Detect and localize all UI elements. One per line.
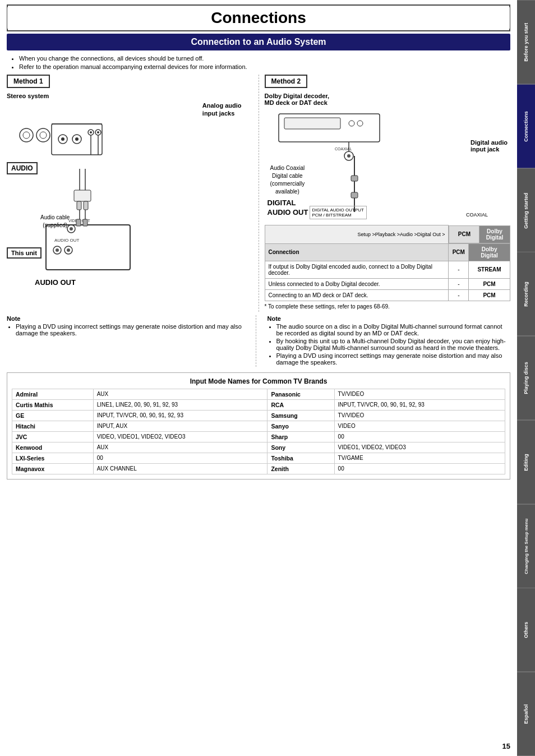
method2-box: Method 2 xyxy=(265,75,308,88)
svg-point-13 xyxy=(97,131,99,133)
note-right-list: The audio source on a disc in a Dolby Di… xyxy=(268,323,511,366)
svg-text:AUDIO OUT: AUDIO OUT xyxy=(54,238,80,243)
svg-point-3 xyxy=(40,132,47,139)
brand-table-title: Input Mode Names for Common TV Brands xyxy=(12,377,505,385)
dolby-header: Dolby Digital xyxy=(479,225,510,243)
sidebar-tab-setup-menu[interactable]: Changing the Setup menu xyxy=(517,504,535,588)
dolby-cell-1: STREAM xyxy=(469,261,510,278)
brand-value: AUX xyxy=(93,442,268,453)
pcm-col-header: PCM xyxy=(449,243,469,261)
method2-system-label: Dolby Digital decoder, MD deck or DAT de… xyxy=(265,93,511,106)
table-row: Unless connected to a Dolby Digital deco… xyxy=(265,278,510,289)
brand-table-container: Input Mode Names for Common TV Brands Ad… xyxy=(7,372,510,480)
brand-value: AUX xyxy=(93,389,268,399)
brand-value2: TV/VIDEO xyxy=(334,389,505,399)
svg-rect-33 xyxy=(83,219,87,226)
brand-value2: TV/VIDEO xyxy=(334,410,505,421)
brand-table-row: GE INPUT, TV/VCR, 00, 90, 91, 92, 93 Sam… xyxy=(12,410,505,421)
brand-value2: TV/GAME xyxy=(334,453,505,463)
pcm-header: PCM xyxy=(449,225,479,243)
note-left-list: Playing a DVD using incorrect settings m… xyxy=(7,323,250,336)
coaxial-cable-label: Audio Coaxial Digital cable (commerciall… xyxy=(270,164,305,196)
table-row: If output is Dolby Digital encoded audio… xyxy=(265,261,510,278)
svg-point-36 xyxy=(349,121,354,126)
brand-table-row: Admiral AUX Panasonic TV/VIDEO xyxy=(12,389,505,399)
settings-table: Setup >Playback >Audio >Digital Out > PC… xyxy=(265,225,511,301)
coaxial-sublabel: COAXIAL xyxy=(466,212,488,218)
brand-name: Magnavox xyxy=(12,463,94,474)
digital-audio-out-label: DIGITAL AUDIO OUT xyxy=(268,199,308,218)
svg-rect-18 xyxy=(74,190,91,201)
brand-value: AUX CHANNEL xyxy=(93,463,268,474)
brand-table-row: JVC VIDEO, VIDEO1, VIDEO2, VIDEO3 Sharp … xyxy=(12,431,505,442)
decoder-device-svg: COAXIAL xyxy=(276,111,388,167)
brand-name2: Sony xyxy=(268,442,334,453)
analog-label: Analog audio input jacks xyxy=(202,102,242,118)
pcm-cell-2: - xyxy=(449,278,469,289)
this-unit-label: This unit xyxy=(7,247,41,259)
sidebar-tab-espanol[interactable]: Español xyxy=(517,672,535,756)
pcm-label: DIGITAL AUDIO OUTPUT PCM / BITSTREAM xyxy=(310,206,367,219)
svg-rect-43 xyxy=(351,176,358,181)
svg-point-27 xyxy=(56,248,59,252)
brand-name: Curtis Mathis xyxy=(12,399,94,410)
brand-name2: RCA xyxy=(268,399,334,410)
svg-point-37 xyxy=(357,121,363,126)
intro-bullets: When you change the connections, all dev… xyxy=(9,55,508,70)
svg-rect-20 xyxy=(84,201,88,210)
brand-name2: Toshiba xyxy=(268,453,334,463)
sidebar: Before you start Connections Getting sta… xyxy=(517,0,535,756)
notes-area: Note Playing a DVD using incorrect setti… xyxy=(7,315,510,367)
intro-bullet-1: When you change the connections, all dev… xyxy=(19,55,508,62)
connection-cell-2: Unless connected to a Dolby Digital deco… xyxy=(265,278,449,289)
brand-table: Admiral AUX Panasonic TV/VIDEO Curtis Ma… xyxy=(12,389,505,474)
pcm-cell-1: - xyxy=(449,261,469,278)
brand-table-row: LXI-Series 00 Toshiba TV/GAME xyxy=(12,453,505,463)
sidebar-tab-recording[interactable]: Recording xyxy=(517,252,535,336)
note-left-bullet-1: Playing a DVD using incorrect settings m… xyxy=(16,323,250,336)
brand-value2: VIDEO xyxy=(334,421,505,431)
svg-point-1 xyxy=(23,132,30,139)
ref-note: * To complete these settings, refer to p… xyxy=(265,303,511,310)
this-unit-svg: VIDEO OUT AUDIO OUT xyxy=(40,169,153,281)
main-content: Connections Connection to an Audio Syste… xyxy=(0,4,517,480)
svg-point-24 xyxy=(70,227,73,231)
note-right-bullet-1: The audio source on a disc in a Dolby Di… xyxy=(276,323,511,336)
svg-point-7 xyxy=(61,137,64,141)
brand-value: INPUT, AUX xyxy=(93,421,268,431)
note-right-bullet-2: By hooking this unit up to a Multi-chann… xyxy=(276,338,511,351)
brand-table-row: Curtis Mathis LINE1, LINE2, 00, 90, 91, … xyxy=(12,399,505,410)
connection-cell-3: Connecting to an MD deck or DAT deck. xyxy=(265,289,449,301)
svg-point-29 xyxy=(67,248,70,252)
brand-name: Hitachi xyxy=(12,421,94,431)
setup-path-label: Setup >Playback >Audio >Digital Out > xyxy=(265,225,449,244)
sidebar-tab-playing-discs[interactable]: Playing discs xyxy=(517,336,535,420)
svg-rect-45 xyxy=(351,192,358,198)
table-row: Connecting to an MD deck or DAT deck. - … xyxy=(265,289,510,301)
section-header: Connection to an Audio System xyxy=(7,34,510,50)
sidebar-tab-before-you-start[interactable]: Before you start xyxy=(517,0,535,84)
svg-rect-21 xyxy=(46,225,130,270)
sidebar-tab-connections[interactable]: Connections xyxy=(517,84,535,168)
brand-value: LINE1, LINE2, 00, 90, 91, 92, 93 xyxy=(93,399,268,410)
brand-value2: INPUT, TV/VCR, 00, 90, 91, 92, 93 xyxy=(334,399,505,410)
dolby-col-header: Dolby Digital xyxy=(469,243,510,261)
note-right-title: Note xyxy=(268,315,511,322)
brand-name: Kenwood xyxy=(12,442,94,453)
sidebar-tab-others[interactable]: Others xyxy=(517,588,535,672)
sidebar-tab-getting-started[interactable]: Getting started xyxy=(517,168,535,252)
content-area: Method 1 Stereo system Analog audio inpu… xyxy=(7,75,510,312)
svg-rect-19 xyxy=(77,201,81,210)
method1-label-box: Method 1 xyxy=(7,75,253,90)
brand-name2: Panasonic xyxy=(268,389,334,399)
sidebar-tab-editing[interactable]: Editing xyxy=(517,420,535,504)
svg-rect-32 xyxy=(76,219,81,226)
brand-value2: 00 xyxy=(334,463,505,474)
intro-bullet-2: Refer to the operation manual accompanyi… xyxy=(19,63,508,70)
page-title: Connections xyxy=(211,9,306,26)
note-left: Note Playing a DVD using incorrect setti… xyxy=(7,315,256,367)
audio-out-label: AUDIO OUT xyxy=(35,278,76,287)
brand-name2: Sharp xyxy=(268,431,334,442)
method1-diagram: Analog audio input jacks xyxy=(7,102,253,287)
brand-value2: VIDEO1, VIDEO2, VIDEO3 xyxy=(334,442,505,453)
